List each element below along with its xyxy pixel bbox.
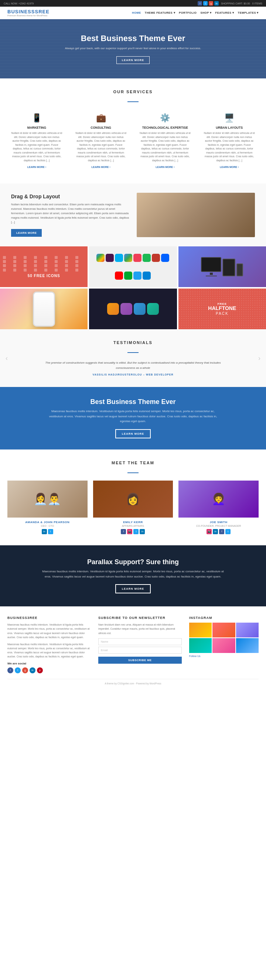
cta-blue-title: Best Business Theme Ever bbox=[15, 398, 251, 406]
footer-newsletter-text: Nam tincidunt diam nec urna. Aliquam at … bbox=[98, 623, 182, 635]
drag-drop-cta-button[interactable]: LEARN MORE bbox=[11, 229, 42, 237]
footer-twitter-icon[interactable]: t bbox=[15, 667, 21, 673]
tech-learn-more[interactable]: LEARN MORE bbox=[155, 166, 174, 168]
dark-icon-2 bbox=[120, 303, 132, 315]
hero-title: Best Business Theme Ever bbox=[65, 33, 201, 43]
service-marketing: 📱 Marketing Nullam id dolor id nibh ultr… bbox=[7, 110, 66, 172]
topbar-twitter-icon[interactable]: t bbox=[203, 1, 207, 6]
portfolio-app-icons-dark[interactable] bbox=[89, 289, 177, 329]
testimonials-divider bbox=[127, 352, 139, 353]
logo[interactable]: BUSINESSSREE Premium Business theme for … bbox=[7, 9, 49, 17]
nav-home[interactable]: HOME bbox=[132, 11, 141, 14]
layouts-text: Nullam id dolor id nibh ultricies vehicu… bbox=[204, 131, 255, 162]
team-instagram-icon-joe[interactable]: 📷 bbox=[206, 529, 212, 534]
newsletter-email-input[interactable] bbox=[98, 647, 182, 654]
logo-tagline: Premium Business theme for WordPress bbox=[7, 14, 49, 17]
portfolio-phone[interactable] bbox=[0, 289, 87, 329]
consulting-learn-more[interactable]: LEARN MORE bbox=[91, 166, 110, 168]
team-grid: 👩‍💼👨‍💼 AMANDA & JOHN PEARSON CEO · CTO i… bbox=[7, 480, 259, 534]
testimonial-prev-button[interactable]: ‹ bbox=[6, 355, 8, 362]
team-linkedin-icon-emily[interactable]: in bbox=[140, 529, 145, 534]
portfolio-apps[interactable] bbox=[89, 247, 177, 287]
team-twitter-icon[interactable]: t bbox=[48, 529, 53, 534]
topbar-linkedin-icon[interactable]: in bbox=[214, 1, 219, 6]
marketing-learn-more[interactable]: LEARN MORE bbox=[27, 166, 46, 168]
instagram-item-4[interactable] bbox=[189, 638, 212, 653]
app-slack-icon bbox=[106, 254, 114, 262]
footer-instagram-title: Instagram bbox=[189, 616, 259, 620]
team-divider bbox=[127, 473, 139, 473]
team-photo-joe: 👩‍🦱 bbox=[179, 480, 259, 517]
nav-shop[interactable]: SHOP ▾ bbox=[200, 11, 211, 14]
navbar: BUSINESSSREE Premium Business theme for … bbox=[0, 7, 266, 19]
logo-name: BUSINESSSREE bbox=[7, 9, 49, 14]
footer-pinterest-icon[interactable]: p bbox=[37, 667, 43, 673]
marketing-title: Marketing bbox=[11, 126, 62, 129]
team-facebook-icon-joe[interactable]: f bbox=[219, 529, 224, 534]
cta-blue-button[interactable]: LEARN MORE bbox=[115, 429, 151, 438]
team-twitter-icon-joe[interactable]: t bbox=[225, 529, 231, 534]
team-facebook-icon-emily[interactable]: f bbox=[121, 529, 126, 534]
nav-portfolio[interactable]: PORTFOLIO bbox=[179, 11, 196, 14]
topbar-facebook-icon[interactable]: f bbox=[198, 1, 202, 6]
footer-note: A theme by CSSIgniter.com · Powered by W… bbox=[104, 682, 161, 685]
items-count: 0 ITEMS bbox=[252, 2, 262, 5]
layouts-title: Urban Layouts bbox=[204, 126, 255, 129]
footer: Business3ree Maecenas faucibus mollis in… bbox=[0, 606, 266, 689]
team-role-joe: CO-FOUNDER, PROJECT MANAGER bbox=[179, 525, 259, 527]
nav-features[interactable]: FEATURES ▾ bbox=[215, 11, 234, 14]
nav-theme-features[interactable]: THEME FEATURES ▾ bbox=[145, 11, 175, 14]
halftone-dots-bg bbox=[179, 289, 266, 329]
service-consulting: 💼 Consulting Nullam id dolor id nibh ult… bbox=[72, 110, 130, 172]
newsletter-name-input[interactable] bbox=[98, 638, 182, 645]
app-mail-icon bbox=[152, 254, 160, 262]
footer-googleplus-icon[interactable]: g bbox=[22, 667, 28, 673]
instagram-item-3[interactable] bbox=[236, 623, 259, 638]
subscribe-button[interactable]: SUBSCRIBE ME bbox=[98, 657, 182, 664]
app-youtube-icon bbox=[115, 272, 123, 280]
team-twitter-icon-emily[interactable]: t bbox=[133, 529, 139, 534]
drag-drop-text: Drag & Drop Layout Nullam lacinia bibend… bbox=[11, 194, 129, 237]
team-member-joe: 👩‍🦱 JOE SMITH CO-FOUNDER, PROJECT MANAGE… bbox=[179, 480, 259, 534]
team-linkedin-icon-joe[interactable]: in bbox=[213, 529, 218, 534]
team-title: MEET THE TEAM bbox=[7, 461, 259, 465]
topbar-socials: f t g in bbox=[198, 1, 219, 6]
portfolio-icons-red[interactable]: 50 FREE ICONS bbox=[0, 247, 87, 287]
testimonial-next-button[interactable]: › bbox=[258, 355, 260, 362]
instagram-item-6[interactable] bbox=[236, 638, 259, 653]
cart-info[interactable]: SHOPPING CART: $0.00 bbox=[221, 2, 250, 5]
portfolio-halftone[interactable]: FREE HALFTONE PACK bbox=[179, 289, 266, 329]
footer-about-text-2: Maecenas faucibus mollis interdum. Vesti… bbox=[7, 642, 91, 659]
parallax-text: Maecenas faucibus mollis interdum. Vesti… bbox=[41, 569, 225, 579]
drag-drop-description: Nullam lacinia bibendum nulla sed consec… bbox=[11, 202, 129, 224]
team-instagram-icon-emily[interactable]: 📷 bbox=[127, 529, 132, 534]
top-bar: CALL NOW: +2342 41979 f t g in SHOPPING … bbox=[0, 0, 266, 7]
follow-us-link[interactable]: Follow Us bbox=[189, 655, 259, 657]
footer-facebook-icon[interactable]: f bbox=[7, 667, 13, 673]
layouts-icon: 🖥️ bbox=[204, 113, 255, 123]
team-name-joe: JOE SMITH bbox=[179, 520, 259, 524]
footer-linkedin-icon[interactable]: in bbox=[30, 667, 35, 673]
team-name-emily: EMILY KERR bbox=[93, 520, 173, 524]
layouts-learn-more[interactable]: LEARN MORE bbox=[220, 166, 239, 168]
footer-brand: Business3ree bbox=[7, 616, 91, 620]
instagram-item-2[interactable] bbox=[212, 623, 235, 638]
cta-blue-text: Maecenas faucibus mollis interdum. Vesti… bbox=[44, 409, 222, 424]
topbar-googleplus-icon[interactable]: g bbox=[209, 1, 213, 6]
marketing-icon: 📱 bbox=[11, 113, 62, 123]
footer-about-col: Business3ree Maecenas faucibus mollis in… bbox=[7, 616, 91, 673]
nav-templates[interactable]: TEMPLATES ▾ bbox=[238, 11, 259, 14]
hero-section: Best Business Theme Ever Always get your… bbox=[0, 19, 266, 78]
instagram-item-5[interactable] bbox=[212, 638, 235, 653]
app-chrome-icon bbox=[97, 254, 104, 262]
parallax-cta-button[interactable]: LEARN MORE bbox=[115, 584, 151, 593]
team-name-amanda-john: AMANDA & JOHN PEARSON bbox=[7, 520, 87, 524]
portfolio-grid: 50 FREE ICONS bbox=[0, 247, 266, 329]
footer-newsletter-col: Subscribe to our newsletter Nam tincidun… bbox=[98, 616, 182, 673]
instagram-item-1[interactable] bbox=[189, 623, 212, 638]
testimonials-title: TESTIMONIALS bbox=[15, 340, 251, 345]
hero-cta-button[interactable]: LEARN MORE bbox=[116, 56, 150, 64]
team-linkedin-icon[interactable]: in bbox=[42, 529, 47, 534]
portfolio-devices[interactable] bbox=[179, 247, 266, 287]
tech-icon: ⚙️ bbox=[140, 113, 191, 123]
